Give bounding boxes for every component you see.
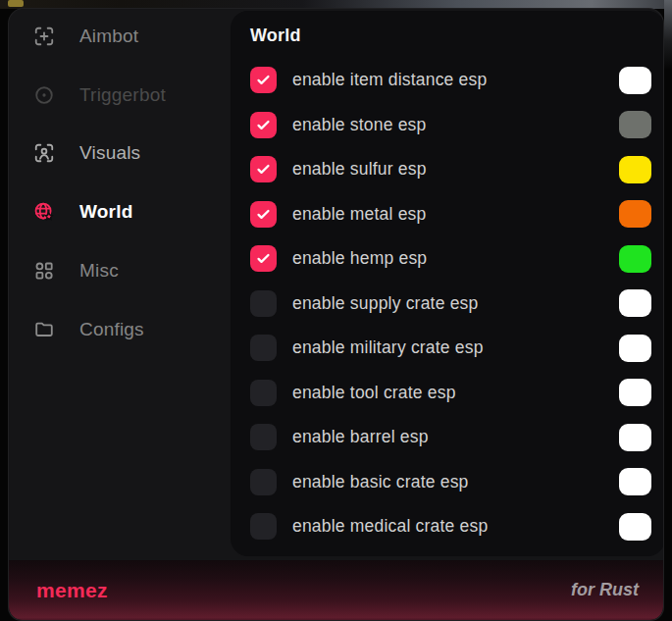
- sidebar-item-aimbot[interactable]: Aimbot: [33, 17, 138, 56]
- sidebar: Aimbot Triggerbot Visuals: [9, 9, 231, 558]
- checkbox[interactable]: [250, 156, 277, 182]
- setting-label: enable military crate esp: [292, 337, 484, 358]
- color-swatch[interactable]: [619, 200, 651, 228]
- setting-label: enable basic crate esp: [292, 472, 469, 492]
- color-swatch[interactable]: [619, 468, 651, 495]
- checkmark-icon: [255, 117, 272, 133]
- triggerbot-circle-icon: [33, 84, 55, 106]
- checkmark-icon: [255, 206, 272, 223]
- world-globe-icon: [33, 201, 55, 223]
- checkbox[interactable]: [250, 513, 277, 540]
- checkbox[interactable]: [250, 469, 277, 495]
- color-swatch[interactable]: [619, 289, 651, 317]
- screen: Aimbot Triggerbot Visuals: [0, 0, 672, 621]
- checkbox[interactable]: [250, 245, 277, 272]
- sidebar-item-configs[interactable]: Configs: [33, 310, 144, 349]
- setting-row: enable basic crate esp: [250, 460, 651, 505]
- setting-label: enable hemp esp: [292, 248, 427, 269]
- setting-row: [250, 549, 651, 557]
- setting-label: enable tool crate esp: [292, 383, 456, 403]
- world-settings-panel: World enable item distance esp: [231, 11, 664, 556]
- sidebar-item-visuals[interactable]: Visuals: [33, 133, 140, 173]
- setting-row: enable sulfur esp: [250, 147, 651, 192]
- checkbox[interactable]: [250, 290, 277, 317]
- color-swatch[interactable]: [619, 335, 651, 362]
- game-background-speck: [8, 0, 24, 7]
- setting-row: enable medical crate esp: [250, 504, 651, 549]
- sidebar-item-label: World: [79, 201, 132, 223]
- color-swatch[interactable]: [619, 513, 651, 541]
- setting-row: enable hemp esp: [250, 236, 651, 282]
- color-swatch[interactable]: [619, 156, 651, 183]
- cheat-menu-window: Aimbot Triggerbot Visuals: [8, 8, 664, 621]
- color-swatch[interactable]: [619, 379, 651, 406]
- checkbox[interactable]: [250, 112, 277, 138]
- game-background-right-sliver: [664, 0, 672, 69]
- setting-label: enable item distance esp: [292, 70, 487, 90]
- setting-row: enable tool crate esp: [250, 371, 651, 416]
- panel-title: World: [250, 23, 651, 48]
- setting-label: enable medical crate esp: [292, 516, 488, 537]
- sidebar-item-label: Aimbot: [79, 26, 138, 47]
- setting-label: enable stone esp: [292, 115, 427, 135]
- brand-tagline: for Rust: [571, 580, 639, 600]
- color-swatch[interactable]: [619, 245, 651, 273]
- sidebar-item-world[interactable]: World: [33, 192, 132, 232]
- aimbot-crosshair-icon: [33, 26, 55, 47]
- sidebar-item-misc[interactable]: Misc: [33, 251, 119, 290]
- sidebar-item-label: Misc: [79, 260, 119, 282]
- settings-rows: enable item distance esp enable stone es…: [250, 58, 651, 556]
- configs-folder-icon: [33, 319, 55, 340]
- checkbox[interactable]: [250, 380, 277, 406]
- sidebar-item-label: Configs: [79, 319, 144, 340]
- sidebar-item-label: Triggerbot: [79, 84, 166, 106]
- misc-shapes-icon: [33, 260, 55, 282]
- setting-row: enable stone esp: [250, 103, 651, 148]
- checkmark-icon: [255, 161, 272, 178]
- setting-row: enable supply crate esp: [250, 282, 651, 327]
- checkbox[interactable]: [250, 201, 277, 228]
- sidebar-item-triggerbot[interactable]: Triggerbot: [33, 76, 166, 115]
- checkbox[interactable]: [250, 67, 277, 93]
- color-swatch[interactable]: [619, 111, 651, 138]
- checkmark-icon: [255, 72, 272, 88]
- color-swatch[interactable]: [619, 424, 651, 451]
- checkbox[interactable]: [250, 335, 277, 361]
- setting-label: enable supply crate esp: [292, 293, 478, 314]
- setting-row: enable military crate esp: [250, 326, 651, 371]
- checkbox[interactable]: [250, 424, 277, 450]
- setting-label: enable barrel esp: [292, 427, 429, 447]
- setting-label: enable sulfur esp: [292, 159, 427, 180]
- setting-label: enable metal esp: [292, 204, 426, 225]
- setting-row: enable metal esp: [250, 192, 651, 237]
- color-swatch[interactable]: [619, 67, 651, 94]
- visuals-user-scan-icon: [33, 142, 55, 164]
- setting-row: enable barrel esp: [250, 415, 651, 460]
- setting-row: enable item distance esp: [250, 58, 651, 103]
- footer-bar: memez for Rust: [9, 560, 663, 620]
- sidebar-item-label: Visuals: [79, 142, 140, 164]
- brand-name: memez: [36, 579, 108, 602]
- checkmark-icon: [255, 250, 272, 267]
